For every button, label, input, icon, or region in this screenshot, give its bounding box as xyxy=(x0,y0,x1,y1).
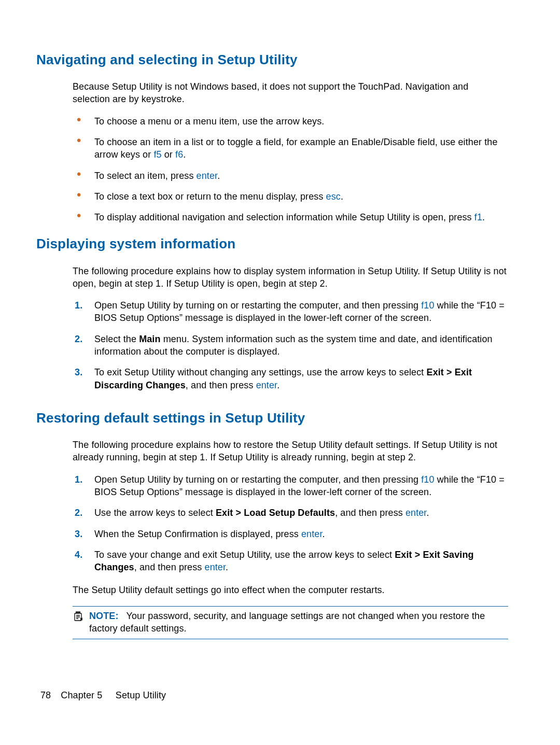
note-icon xyxy=(73,611,87,622)
chapter-title: Setup Utility xyxy=(116,690,166,700)
list-text: To close a text box or return to the men… xyxy=(94,191,326,202)
section-heading: Restoring default settings in Setup Util… xyxy=(36,409,508,427)
list-text: Open Setup Utility by turning on or rest… xyxy=(94,300,421,311)
list-item: To select an item, press enter. xyxy=(73,170,508,182)
list-text: To display additional navigation and sel… xyxy=(94,212,474,222)
list-item: To choose a menu or a menu item, use the… xyxy=(73,115,508,128)
list-text: Use the arrow keys to select xyxy=(94,508,216,518)
key-name: f5 xyxy=(153,149,161,160)
section-outro: The Setup Utility default settings go in… xyxy=(73,584,508,596)
key-name: enter xyxy=(256,380,277,390)
key-name: f1 xyxy=(474,212,482,222)
list-item: Use the arrow keys to select Exit > Load… xyxy=(73,507,508,519)
key-name: f10 xyxy=(421,300,434,311)
page-footer: 78 Chapter 5 Setup Utility xyxy=(40,689,166,701)
list-text: , and then press xyxy=(335,508,405,518)
list-item: To choose an item in a list or to toggle… xyxy=(73,136,508,161)
list-item: To display additional navigation and sel… xyxy=(73,211,508,223)
section-heading: Displaying system information xyxy=(36,235,508,253)
ordered-list: Open Setup Utility by turning on or rest… xyxy=(73,299,508,391)
list-text: To choose a menu or a menu item, use the… xyxy=(94,116,324,126)
note-body: Your password, security, and language se… xyxy=(89,611,485,634)
list-text: , and then press xyxy=(186,380,256,390)
section-intro: Because Setup Utility is not Windows bas… xyxy=(73,80,508,106)
key-name: enter xyxy=(301,529,323,539)
list-text: . xyxy=(341,191,343,202)
list-text: Select the xyxy=(94,334,139,344)
list-item: Open Setup Utility by turning on or rest… xyxy=(73,473,508,499)
note-label: NOTE: xyxy=(89,611,119,621)
ordered-list: Open Setup Utility by turning on or rest… xyxy=(73,473,508,574)
bold-text: Exit > Load Setup Defaults xyxy=(216,508,335,518)
document-page: Navigating and selecting in Setup Utilit… xyxy=(0,0,560,745)
list-text: To select an item, press xyxy=(94,171,197,181)
list-text: . xyxy=(217,171,220,181)
list-text: . xyxy=(183,149,186,160)
bold-text: Main xyxy=(139,334,160,344)
list-item: Open Setup Utility by turning on or rest… xyxy=(73,299,508,325)
list-text: To exit Setup Utility without changing a… xyxy=(94,367,427,377)
list-text: Open Setup Utility by turning on or rest… xyxy=(94,474,421,485)
list-text: . xyxy=(426,508,429,518)
list-text: . xyxy=(482,212,485,222)
key-name: enter xyxy=(205,562,226,572)
list-item: To save your change and exit Setup Utili… xyxy=(73,549,508,574)
list-item: When the Setup Confirmation is displayed… xyxy=(73,528,508,540)
key-name: enter xyxy=(405,508,427,518)
key-name: f10 xyxy=(421,474,434,485)
key-name: esc xyxy=(326,191,341,202)
list-text: , and then press xyxy=(134,562,205,572)
key-name: enter xyxy=(197,171,218,181)
section-intro: The following procedure explains how to … xyxy=(73,439,508,464)
list-text: . xyxy=(323,529,325,539)
note-text: NOTE: Your password, security, and langu… xyxy=(89,610,508,635)
list-item: To exit Setup Utility without changing a… xyxy=(73,366,508,391)
list-text: . xyxy=(226,562,228,572)
chapter-label: Chapter 5 xyxy=(61,690,102,700)
bullet-list: To choose a menu or a menu item, use the… xyxy=(73,115,508,224)
key-name: f6 xyxy=(175,149,183,160)
note-callout: NOTE: Your password, security, and langu… xyxy=(73,606,508,640)
list-text: When the Setup Confirmation is displayed… xyxy=(94,529,301,539)
list-item: Select the Main menu. System information… xyxy=(73,333,508,358)
list-text: To save your change and exit Setup Utili… xyxy=(94,550,395,560)
list-text: . xyxy=(277,380,279,390)
list-text: or xyxy=(162,149,175,160)
page-number: 78 xyxy=(40,690,51,700)
section-intro: The following procedure explains how to … xyxy=(73,265,508,290)
list-item: To close a text box or return to the men… xyxy=(73,190,508,203)
section-heading: Navigating and selecting in Setup Utilit… xyxy=(36,51,508,69)
